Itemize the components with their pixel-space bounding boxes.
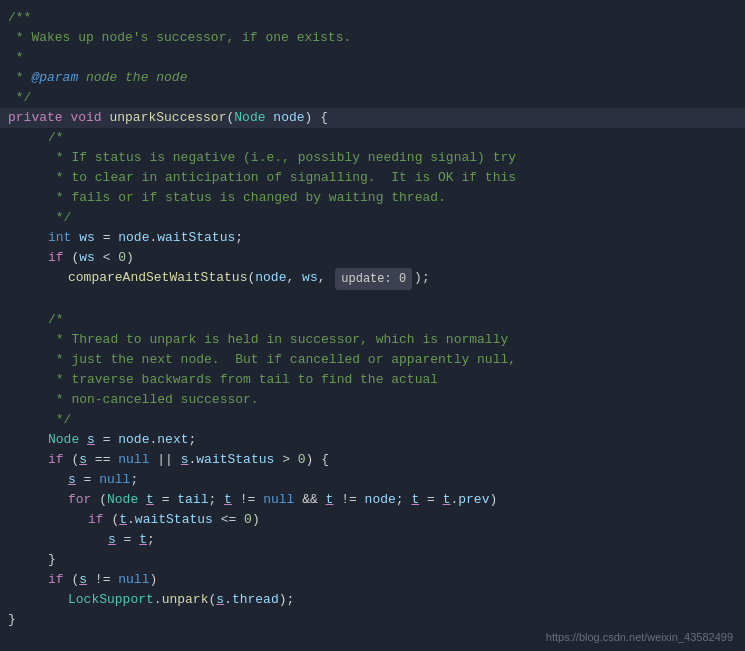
var-t6: t [119, 510, 127, 530]
number-0b: 0 [298, 450, 306, 470]
code-text: || [149, 450, 180, 470]
field-next: next [157, 430, 188, 450]
var-s6: s [79, 570, 87, 590]
code-line-29: if (s != null) [0, 570, 745, 590]
keyword-null4: null [118, 570, 149, 590]
keyword-if3: if [88, 510, 104, 530]
code-text: ); [414, 268, 430, 288]
var-s7: s [216, 590, 224, 610]
method-cas: compareAndSetWaitStatus [68, 268, 247, 288]
field-waitStatus: waitStatus [157, 228, 235, 248]
code-text: ) { [306, 450, 329, 470]
field-prev: prev [458, 490, 489, 510]
var-ws: ws [79, 228, 95, 248]
code-text: ( [64, 570, 80, 590]
code-text: . [127, 510, 135, 530]
code-line-13: if (ws < 0) [0, 248, 745, 268]
code-text: ; [396, 490, 412, 510]
keyword-null3: null [263, 490, 294, 510]
field-waitStatus3: waitStatus [135, 510, 213, 530]
code-line-21: */ [0, 410, 745, 430]
tooltip-update: update: 0 [335, 268, 412, 290]
code-line-7: /* [0, 128, 745, 148]
comment-text: * just the next node. But if cancelled o… [48, 350, 516, 370]
code-text: != [87, 570, 118, 590]
type-node2: Node [48, 430, 79, 450]
comment-text: * Wakes up node's successor, if one exis… [8, 28, 351, 48]
keyword-null2: null [99, 470, 130, 490]
var-node3: node [118, 430, 149, 450]
code-text: . [149, 430, 157, 450]
method-name: unparkSuccessor [109, 108, 226, 128]
comment-text: * non-cancelled successor. [48, 390, 259, 410]
keyword-null: null [118, 450, 149, 470]
var-t3: t [326, 490, 334, 510]
code-text: ) [252, 510, 260, 530]
code-line-14: compareAndSetWaitStatus(node, ws, update… [0, 268, 745, 290]
var-t2: t [224, 490, 232, 510]
param-node4: node [365, 490, 396, 510]
code-text: ( [247, 268, 255, 288]
method-unpark: unpark [162, 590, 209, 610]
var-t5: t [443, 490, 451, 510]
code-editor: /** * Wakes up node's successor, if one … [0, 0, 745, 651]
type-node: Node [234, 108, 265, 128]
code-line-18: * just the next node. But if cancelled o… [0, 350, 745, 370]
code-text: ; [189, 430, 197, 450]
keyword-if: if [48, 248, 64, 268]
code-text: ; [147, 530, 155, 550]
code-text: = [116, 530, 139, 550]
param-node2: node [255, 268, 286, 288]
keyword-private: private [8, 108, 63, 128]
code-text [102, 108, 110, 128]
code-text: . [450, 490, 458, 510]
param-node: node [273, 108, 304, 128]
code-text: ) [489, 490, 497, 510]
comment-text: * fails or if status is changed by waiti… [48, 188, 446, 208]
code-text [138, 490, 146, 510]
var-s3: s [181, 450, 189, 470]
comment-text: * [8, 48, 24, 68]
type-int: int [48, 228, 71, 248]
code-text: ( [208, 590, 216, 610]
code-line-15 [0, 290, 745, 310]
code-text: = [154, 490, 177, 510]
keyword-if4: if [48, 570, 64, 590]
comment-text: /* [48, 310, 64, 330]
code-text [266, 108, 274, 128]
code-line-4: * @param node the node [0, 68, 745, 88]
code-text [79, 430, 87, 450]
code-text: ; [130, 470, 138, 490]
var-s2: s [79, 450, 87, 470]
comment-text: * If status is negative (i.e., possibly … [48, 148, 516, 168]
field-waitStatus2: waitStatus [196, 450, 274, 470]
var-s: s [87, 430, 95, 450]
code-text: != [333, 490, 364, 510]
code-text: = [95, 430, 118, 450]
comment-text: */ [48, 410, 71, 430]
code-line-1: /** [0, 8, 745, 28]
code-text: . [149, 228, 157, 248]
code-text: = [419, 490, 442, 510]
code-text: != [232, 490, 263, 510]
number-0c: 0 [244, 510, 252, 530]
code-text: <= [213, 510, 244, 530]
code-line-9: * to clear in anticipation of signalling… [0, 168, 745, 188]
code-text: ; [235, 228, 243, 248]
code-text: ) [126, 248, 134, 268]
code-line-19: * traverse backwards from tail to find t… [0, 370, 745, 390]
code-text: , [286, 268, 302, 288]
var-ws2: ws [79, 248, 95, 268]
code-line-22: Node s = node.next; [0, 430, 745, 450]
var-node: node [118, 228, 149, 248]
code-line-28: } [0, 550, 745, 570]
code-text: && [294, 490, 325, 510]
comment-text: * to clear in anticipation of signalling… [48, 168, 516, 188]
comment-text: * traverse backwards from tail to find t… [48, 370, 438, 390]
code-text: ( [64, 450, 80, 470]
comment-text: /* [48, 128, 64, 148]
code-text: ( [104, 510, 120, 530]
number-0: 0 [118, 248, 126, 268]
code-line-25: for (Node t = tail; t != null && t != no… [0, 490, 745, 510]
code-text: == [87, 450, 118, 470]
